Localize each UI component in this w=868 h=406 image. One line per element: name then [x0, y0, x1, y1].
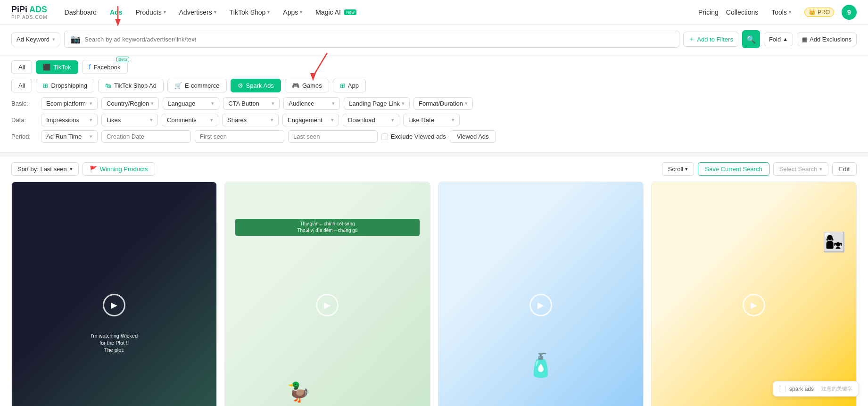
nav-apps[interactable]: Apps ▾	[277, 6, 308, 19]
logo-pip-text: PiPi	[11, 5, 27, 15]
landing-page-select[interactable]: Landing Page Link ▾	[344, 97, 410, 110]
last-seen-input[interactable]	[288, 130, 378, 143]
chevron-down-icon: ▾	[90, 117, 92, 123]
engagement-select[interactable]: Engagement ▾	[282, 114, 339, 126]
chevron-down-icon: ▾	[164, 9, 166, 15]
pro-badge[interactable]: 👑 PRO	[804, 8, 834, 17]
fold-button[interactable]: Fold ▲	[764, 33, 793, 46]
adtype-tab-app[interactable]: ⊞ App	[333, 79, 366, 92]
chevron-down-icon: ▾	[90, 100, 92, 107]
shares-select[interactable]: Shares ▾	[222, 114, 279, 126]
data-label: Data:	[11, 116, 37, 124]
ad-card[interactable]: Thư giãn – chính cốt sốngThoải vị địa đê…	[224, 182, 430, 406]
exclude-viewed-checkbox[interactable]	[381, 133, 388, 140]
nav-advertisers[interactable]: Advertisers ▾	[174, 6, 222, 19]
ad-thumbnail: I'm watching Wickedfor the Plot !!The pl…	[12, 182, 216, 406]
play-button[interactable]: ▶	[316, 294, 339, 316]
adtype-tab-spark-ads[interactable]: ⚙ Spark Ads	[231, 79, 281, 92]
basic-filter-row: Basic: Ecom platform ▾ Country/Region ▾ …	[11, 97, 857, 110]
logo[interactable]: PiPi ADS PIPIADS.COM	[11, 5, 48, 20]
nav-products[interactable]: Products ▾	[130, 6, 172, 19]
language-select[interactable]: Language ▾	[163, 97, 219, 110]
ad-thumbnail: 👩‍👧 ▶ 00:38	[652, 182, 856, 406]
creation-date-input[interactable]	[101, 130, 191, 143]
ad-card[interactable]: 👩‍👧 ▶ 00:38 📅 Jun 17 2023-Jan 06 2025 ⬛ …	[651, 182, 857, 406]
nav-pricing[interactable]: Pricing	[698, 8, 719, 16]
audience-select[interactable]: Audience ▾	[283, 97, 340, 110]
adtype-tab-ecommerce[interactable]: 🛒 E-commerce	[167, 79, 227, 92]
nav-right: Pricing Collections Tools ▾ 👑 PRO 9	[698, 5, 857, 20]
ad-run-time-select[interactable]: Ad Run Time ▾	[41, 130, 98, 143]
gear-icon: ⚙	[238, 82, 243, 89]
search-icon: 🔍	[746, 35, 756, 44]
new-badge: New	[344, 9, 356, 15]
download-select[interactable]: Download ▾	[343, 114, 399, 126]
results-toolbar: Sort by: Last seen ▾ 🚩 Winning Products …	[11, 162, 857, 176]
chevron-down-icon: ▾	[271, 117, 273, 123]
sort-button[interactable]: Sort by: Last seen ▾	[11, 162, 79, 176]
camera-icon[interactable]: 📷	[70, 34, 81, 44]
search-button[interactable]: 🔍	[742, 30, 760, 48]
nav-magic-ai[interactable]: Magic AI New	[310, 6, 362, 19]
edit-button[interactable]: Edit	[832, 162, 857, 176]
nav-tiktok-shop[interactable]: TikTok Shop ▾	[224, 6, 276, 19]
chevron-down-icon: ▾	[819, 166, 822, 172]
exclude-viewed-checkbox-wrap[interactable]: Exclude Viewed ads	[381, 133, 446, 140]
first-seen-input[interactable]	[195, 130, 284, 143]
winning-products-button[interactable]: 🚩 Winning Products	[83, 162, 155, 176]
search-bar-section: Ad Keyword ▾ 📷 ＋ Add to Filters 🔍 Fold ▲…	[0, 25, 868, 54]
adtype-tab-dropshipping[interactable]: ⊞ Dropshipping	[36, 79, 94, 92]
filter-section: All ⬛ TikTok f Facebook Beta All ⊞ Drops…	[0, 54, 868, 153]
platform-tab-facebook[interactable]: f Facebook Beta	[82, 60, 128, 74]
comments-select[interactable]: Comments ▾	[162, 114, 218, 126]
avatar[interactable]: 9	[842, 5, 857, 20]
adtype-tab-games[interactable]: 🎮 Games	[285, 79, 329, 92]
nav-ads[interactable]: Ads	[104, 6, 128, 19]
format-duration-select[interactable]: Format/Duration ▾	[413, 97, 473, 110]
country-region-select[interactable]: Country/Region ▾	[101, 97, 159, 110]
grid-icon: ⊞	[43, 82, 48, 89]
play-button[interactable]: ▶	[743, 294, 765, 316]
fold-label: Fold	[769, 36, 781, 43]
nav-tools[interactable]: Tools ▾	[766, 6, 797, 19]
platform-tab-all[interactable]: All	[11, 60, 32, 74]
play-button[interactable]: ▶	[103, 294, 125, 316]
grid2-icon: ⊞	[340, 82, 345, 89]
search-type-select[interactable]: Ad Keyword ▾	[11, 33, 60, 46]
cta-button-select[interactable]: CTA Button ▾	[223, 97, 280, 110]
chevron-down-icon: ▾	[90, 133, 92, 140]
chevron-down-icon: ▾	[331, 117, 334, 123]
period-filter-row: Period: Ad Run Time ▾ Exclude Viewed ads…	[11, 130, 857, 143]
chevron-down-icon: ▾	[332, 100, 335, 107]
cart-icon: 🛒	[174, 82, 182, 89]
ad-card[interactable]: 🧴 Ultra Light SPF 50 ▶ 00:10 📅 Dec 05 20…	[438, 182, 644, 406]
likes-select[interactable]: Likes ▾	[101, 114, 158, 126]
nav-collections[interactable]: Collections	[726, 8, 758, 16]
chevron-down-icon: ▾	[211, 100, 214, 107]
save-search-button[interactable]: Save Current Search	[698, 162, 769, 176]
period-label: Period:	[11, 133, 37, 140]
chevron-down-icon: ▾	[214, 9, 216, 15]
play-button[interactable]: ▶	[529, 294, 552, 316]
chevron-down-icon: ▾	[391, 117, 394, 123]
ad-card[interactable]: I'm watching Wickedfor the Plot !!The pl…	[11, 182, 217, 406]
nav-dashboard[interactable]: Dashboard	[59, 6, 103, 19]
like-rate-select[interactable]: Like Rate ▾	[403, 114, 460, 126]
results-section: Sort by: Last seen ▾ 🚩 Winning Products …	[0, 157, 868, 406]
select-search-dropdown[interactable]: Select Search ▾	[773, 162, 828, 176]
impressions-select[interactable]: Impressions ▾	[41, 114, 98, 126]
scroll-select[interactable]: Scroll ▾	[662, 162, 694, 176]
floating-tip-checkbox[interactable]	[779, 386, 785, 392]
crown-icon: 👑	[809, 9, 816, 16]
search-input[interactable]	[84, 36, 673, 43]
adtype-tab-all[interactable]: All	[11, 79, 32, 92]
viewed-ads-button[interactable]: Viewed Ads	[450, 130, 496, 143]
adtype-tab-tiktok-shop[interactable]: 🛍 TikTok Shop Ad	[98, 79, 164, 92]
search-input-wrap: 📷	[64, 31, 679, 48]
add-to-filters-btn[interactable]: ＋ Add to Filters	[683, 32, 738, 47]
ecom-platform-select[interactable]: Ecom platform ▾	[41, 97, 98, 110]
chevron-down-icon: ▾	[452, 117, 455, 123]
add-exclusions-button[interactable]: ▦ Add Exclusions	[797, 33, 857, 46]
platform-tab-tiktok[interactable]: ⬛ TikTok	[36, 60, 78, 74]
chevron-down-icon: ▾	[402, 100, 405, 107]
